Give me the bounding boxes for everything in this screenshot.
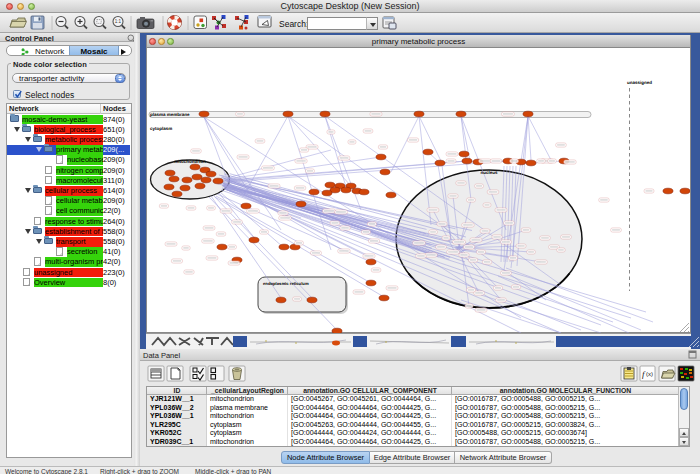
svg-text:mitochondrion: mitochondrion — [174, 159, 206, 164]
svg-text:(x): (x) — [646, 371, 653, 377]
svg-text:plasma membrane: plasma membrane — [150, 112, 190, 117]
svg-text:nucleus: nucleus — [480, 170, 498, 175]
svg-text:unassigned: unassigned — [627, 80, 652, 85]
svg-text:Search:: Search: — [279, 19, 308, 29]
svg-text:cytoplasm: cytoplasm — [150, 126, 172, 131]
svg-text:endoplasmic reticulum: endoplasmic reticulum — [263, 281, 309, 286]
